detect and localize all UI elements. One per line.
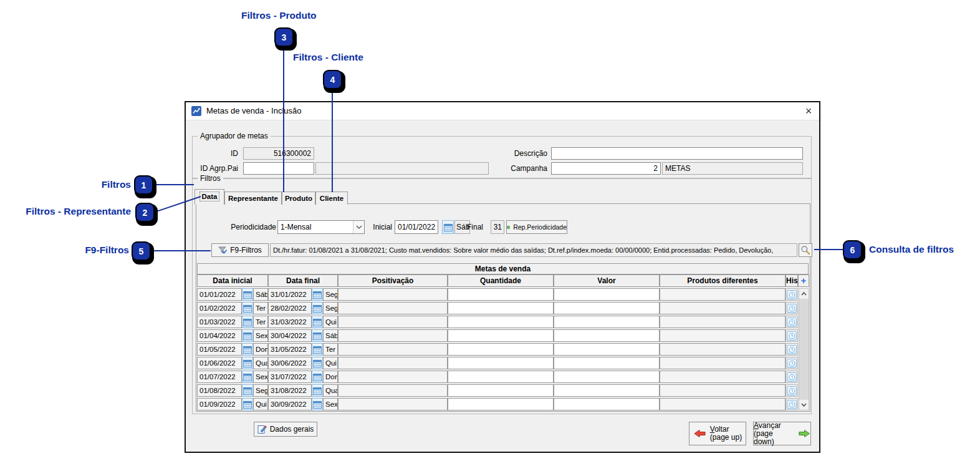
f9-filtros-button[interactable]: F9-Filtros	[211, 243, 269, 257]
start-day-cell: Dom	[253, 343, 268, 356]
calendar-button[interactable]	[242, 343, 253, 356]
descricao-field[interactable]	[551, 147, 803, 160]
calendar-button[interactable]	[242, 316, 253, 328]
history-button[interactable]	[787, 372, 797, 382]
header-produtos-diferentes[interactable]: Produtos diferentes	[660, 274, 785, 287]
calendar-button[interactable]	[312, 343, 323, 356]
valor-cell[interactable]	[554, 343, 660, 356]
calendar-button[interactable]	[312, 288, 323, 301]
scroll-down-icon[interactable]	[799, 400, 809, 410]
header-valor[interactable]: Valor	[554, 274, 660, 287]
quantidade-cell[interactable]	[448, 357, 554, 369]
calendar-button[interactable]	[312, 329, 323, 342]
calendar-button[interactable]	[242, 302, 253, 314]
start-date-cell[interactable]: 01/01/2022	[197, 288, 242, 301]
calendar-button[interactable]	[242, 288, 253, 301]
tab-data[interactable]: Data	[195, 189, 224, 205]
start-date-cell[interactable]: 01/06/2022	[197, 357, 242, 369]
calendar-button[interactable]	[312, 384, 323, 397]
end-date-cell[interactable]: 30/09/2022	[268, 398, 312, 410]
calendar-button[interactable]	[312, 302, 323, 314]
start-date-cell[interactable]: 01/07/2022	[197, 371, 242, 383]
chevron-down-icon[interactable]	[353, 221, 364, 233]
rep-periodicidade-label: Rep.Periodicidade	[513, 223, 567, 231]
calendar-button[interactable]	[242, 398, 253, 410]
header-positivacao[interactable]: Positivação	[338, 274, 448, 287]
valor-cell[interactable]	[554, 316, 660, 328]
calendar-button[interactable]	[242, 384, 253, 397]
quantidade-cell[interactable]	[448, 384, 554, 397]
end-date-cell[interactable]: 31/07/2022	[268, 371, 312, 383]
inicial-date-field[interactable]: 01/01/2022	[395, 220, 438, 234]
add-row-button[interactable]: +	[798, 274, 809, 287]
valor-cell[interactable]	[554, 398, 660, 410]
end-date-cell[interactable]: 31/08/2022	[268, 384, 312, 397]
header-data-inicial[interactable]: Data inicial	[197, 274, 268, 287]
inicial-calendar-button[interactable]	[442, 220, 454, 234]
end-date-cell[interactable]: 31/03/2022	[268, 316, 312, 328]
consulta-filtros-button[interactable]	[799, 243, 812, 257]
start-date-cell[interactable]: 01/04/2022	[197, 329, 242, 342]
close-button[interactable]: ×	[800, 103, 817, 119]
calendar-button[interactable]	[312, 398, 323, 410]
valor-cell[interactable]	[554, 357, 660, 369]
end-date-cell[interactable]: 28/02/2022	[268, 302, 312, 314]
calendar-button[interactable]	[312, 357, 323, 369]
header-quantidade[interactable]: Quantidade	[448, 274, 554, 287]
clock-icon	[789, 332, 795, 339]
table-row: 01/02/2022 Ter 28/02/2022 Seg	[197, 302, 798, 314]
end-date-cell[interactable]: 30/04/2022	[268, 329, 312, 342]
calendar-button[interactable]	[242, 371, 253, 383]
quantidade-cell[interactable]	[448, 316, 554, 328]
tab-representante[interactable]: Representante	[224, 192, 282, 205]
avancar-button[interactable]: Avançar (page down)	[753, 422, 811, 445]
valor-cell[interactable]	[554, 302, 660, 314]
end-date-cell[interactable]: 30/06/2022	[268, 357, 312, 369]
history-button[interactable]	[787, 290, 797, 299]
history-button[interactable]	[787, 359, 797, 368]
quantidade-cell[interactable]	[448, 288, 554, 301]
end-date-cell[interactable]: 31/01/2022	[268, 288, 312, 301]
rep-periodicidade-button[interactable]: Rep.Periodicidade	[506, 220, 567, 234]
annotation-badge-6: 6	[843, 240, 862, 260]
id-agrp-pai-field[interactable]	[243, 162, 314, 175]
voltar-button[interactable]: Voltar (page up)	[689, 422, 746, 445]
periodicidade-select[interactable]: 1-Mensal	[277, 220, 365, 234]
history-button[interactable]	[787, 304, 797, 313]
valor-cell[interactable]	[554, 288, 660, 301]
tab-produto[interactable]: Produto	[282, 192, 315, 205]
table-scrollbar[interactable]	[799, 288, 809, 410]
start-date-cell[interactable]: 01/09/2022	[197, 398, 242, 410]
history-button[interactable]	[787, 331, 797, 341]
start-date-cell[interactable]: 01/03/2022	[197, 316, 242, 328]
calendar-button[interactable]	[312, 316, 323, 328]
valor-cell[interactable]	[554, 329, 660, 342]
header-data-final[interactable]: Data final	[268, 274, 338, 287]
tab-data-label: Data	[200, 192, 219, 201]
start-date-cell[interactable]: 01/08/2022	[197, 384, 242, 397]
calendar-button[interactable]	[312, 371, 323, 383]
quantidade-cell[interactable]	[448, 371, 554, 383]
history-button[interactable]	[787, 318, 797, 327]
scroll-up-icon[interactable]	[799, 289, 809, 299]
end-date-cell[interactable]: 31/05/2022	[268, 343, 312, 356]
campanha-field[interactable]: 2	[551, 162, 661, 175]
quantidade-cell[interactable]	[448, 302, 554, 314]
dados-gerais-button[interactable]: Dados gerais	[254, 422, 317, 437]
valor-cell[interactable]	[554, 384, 660, 397]
calendar-button[interactable]	[242, 357, 253, 369]
history-button[interactable]	[787, 345, 797, 354]
start-date-cell[interactable]: 01/05/2022	[197, 343, 242, 356]
calendar-button[interactable]	[242, 329, 253, 342]
quantidade-cell[interactable]	[448, 343, 554, 356]
tab-cliente[interactable]: Cliente	[315, 192, 348, 205]
start-day-cell: Ter	[253, 302, 268, 314]
end-day-cell: Qui	[323, 357, 338, 369]
quantidade-cell[interactable]	[448, 398, 554, 410]
start-date-cell[interactable]: 01/02/2022	[197, 302, 242, 314]
history-button[interactable]	[787, 386, 797, 395]
history-button[interactable]	[787, 400, 797, 409]
clock-icon	[789, 305, 795, 312]
quantidade-cell[interactable]	[448, 329, 554, 342]
valor-cell[interactable]	[554, 371, 660, 383]
